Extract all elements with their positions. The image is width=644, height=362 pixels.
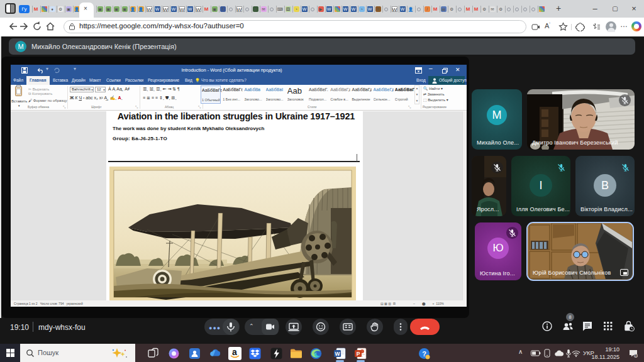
svg-text:P: P — [357, 351, 360, 357]
svg-text:3: 3 — [635, 354, 637, 358]
svg-text:W: W — [335, 351, 340, 357]
